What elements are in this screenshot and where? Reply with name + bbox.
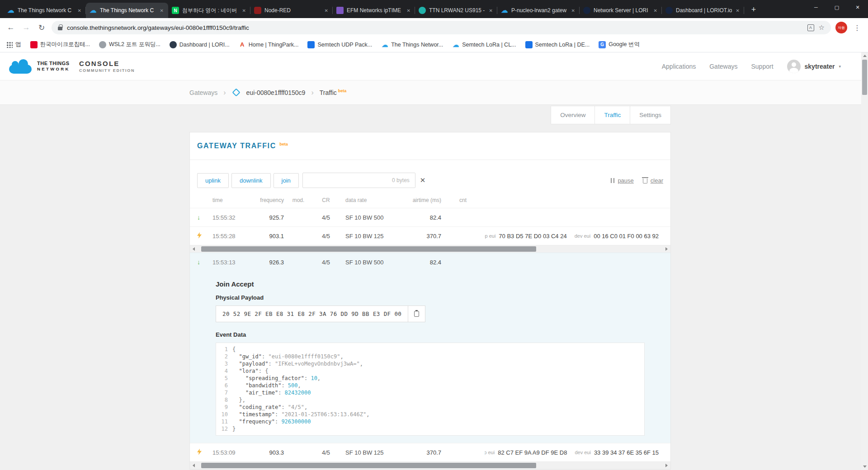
- code-line: 10 "timestamp": "2021-01-25T06:53:13.646…: [216, 411, 644, 418]
- refresh-button[interactable]: ↻: [36, 23, 47, 33]
- tab-overview[interactable]: Overview: [551, 106, 595, 124]
- browser-tab[interactable]: The Things Network C ✕: [4, 3, 86, 18]
- screen: The Things Network C ✕ The Things Networ…: [0, 0, 868, 470]
- minimize-button[interactable]: ─: [806, 0, 826, 14]
- clear-filter-icon[interactable]: ✕: [420, 176, 426, 184]
- bookmark-item[interactable]: Semtech LoRa | CL...: [452, 41, 516, 48]
- code-line: 6 "bandwidth": 500,: [216, 382, 644, 389]
- ttn-logo[interactable]: THE THINGS NETWORK CONSOLE COMMUNITY EDI…: [9, 59, 135, 74]
- traffic-filter-input[interactable]: [302, 173, 415, 188]
- bookmark-item[interactable]: The Things Networ...: [381, 41, 443, 48]
- browser-tab[interactable]: The Things Network C ✕: [86, 3, 168, 18]
- bookmark-item[interactable]: G Google 번역: [599, 41, 640, 48]
- blue-icon: [525, 41, 533, 48]
- tab-close-icon[interactable]: ✕: [571, 8, 576, 13]
- bookmark-item[interactable]: A Home | ThingPark...: [239, 41, 299, 48]
- browser-tab[interactable]: P-nucleo-lrwan2 gatew ✕: [497, 3, 580, 18]
- tab-close-icon[interactable]: ✕: [735, 8, 741, 13]
- horizontal-scrollbar[interactable]: [190, 461, 670, 469]
- beta-badge: beta: [279, 142, 288, 146]
- breadcrumb-gateway-id[interactable]: eui-0080e1ffff0150c9: [246, 89, 306, 96]
- close-button[interactable]: ✕: [847, 0, 868, 14]
- bookmark-item[interactable]: 한국마이크로칩테...: [30, 41, 90, 48]
- scroll-right-button[interactable]: [663, 462, 670, 469]
- user-name: skytreater: [805, 63, 835, 70]
- tab-close-icon[interactable]: ✕: [159, 8, 165, 13]
- bookmark-item[interactable]: Dashboard | LORI...: [170, 41, 230, 48]
- teal-favicon: [419, 7, 426, 14]
- new-tab-button[interactable]: +: [747, 3, 760, 16]
- translate-icon: G: [599, 41, 606, 48]
- vscroll-thumb[interactable]: [862, 60, 867, 95]
- traffic-row[interactable]: 15:55:28 903.1 4/5 SF 10 BW 125 370.7 ap…: [190, 226, 670, 245]
- expanded-row-section: ↓ 15:53:13 926.3 4/5 SF 10 BW 500 82.4 J…: [190, 253, 670, 443]
- bookmark-item[interactable]: 앱: [6, 41, 21, 48]
- gray-icon: [99, 41, 106, 48]
- url-text[interactable]: console.thethingsnetwork.org/gateways/eu…: [67, 24, 803, 31]
- tab-close-icon[interactable]: ✕: [488, 8, 494, 13]
- tab-close-icon[interactable]: ✕: [77, 8, 82, 13]
- breadcrumb-page[interactable]: Trafficbeta: [320, 89, 347, 96]
- horizontal-scrollbar[interactable]: [190, 245, 670, 253]
- scroll-right-button[interactable]: [663, 245, 670, 253]
- cloud-icon: [381, 41, 388, 48]
- hscroll-thumb[interactable]: [201, 463, 536, 468]
- filter-join-button[interactable]: join: [274, 173, 299, 188]
- bookmark-item[interactable]: Semtech UDP Pack...: [307, 41, 372, 48]
- nav-support[interactable]: Support: [751, 63, 773, 70]
- translate-icon[interactable]: A: [807, 24, 814, 31]
- logo-line2: NETWORK: [37, 66, 70, 72]
- browser-tab[interactable]: TTN LRWAN2 US915 - ✕: [415, 3, 497, 18]
- browser-tab[interactable]: N 첨부하다 영어 : 네이버 ✕: [168, 3, 250, 18]
- tab-close-icon[interactable]: ✕: [324, 8, 329, 13]
- traffic-row[interactable]: 15:53:09 903.3 4/5 SF 10 BW 125 370.7 ap…: [190, 443, 670, 461]
- tab-close-icon[interactable]: ✕: [653, 8, 658, 13]
- browser-menu-icon[interactable]: ⋮: [852, 24, 863, 32]
- cloud-favicon: [7, 7, 14, 14]
- traffic-row[interactable]: ↓ 15:55:32 925.7 4/5 SF 10 BW 500 82.4: [190, 208, 670, 226]
- copy-payload-button[interactable]: [408, 306, 425, 322]
- scroll-left-button[interactable]: [190, 462, 198, 469]
- tab-close-icon[interactable]: ✕: [406, 8, 411, 13]
- console-product: CONSOLE: [79, 60, 135, 67]
- back-button[interactable]: ←: [5, 23, 16, 32]
- code-line: 2 "gw_id": "eui-0080e1ffff0150c9",: [216, 353, 644, 360]
- vertical-scrollbar[interactable]: [861, 52, 868, 470]
- hscroll-thumb[interactable]: [201, 246, 536, 252]
- tab-traffic[interactable]: Traffic: [594, 106, 630, 124]
- address-bar[interactable]: console.thethingsnetwork.org/gateways/eu…: [52, 21, 831, 34]
- user-menu[interactable]: skytreater ▾: [787, 60, 841, 73]
- tab-close-icon[interactable]: ✕: [241, 8, 247, 13]
- profile-avatar[interactable]: 자동: [835, 22, 847, 33]
- nav-gateways[interactable]: Gateways: [709, 63, 737, 70]
- physical-payload-label: Physical Payload: [216, 294, 645, 301]
- ttn-header: THE THINGS NETWORK CONSOLE COMMUNITY EDI…: [0, 52, 868, 80]
- bookmark-item[interactable]: WSL2 포트 포워딩...: [99, 41, 160, 48]
- bookmark-star-icon[interactable]: ☆: [819, 24, 825, 32]
- cloud-icon: [452, 41, 459, 48]
- browser-tab[interactable]: Dashboard | LORIOT.io ✕: [662, 3, 744, 18]
- loriot-favicon: [665, 7, 673, 14]
- filter-uplink-button[interactable]: uplink: [197, 173, 229, 188]
- nav-applications[interactable]: Applications: [662, 63, 696, 70]
- cloud-favicon: [90, 7, 97, 14]
- browser-tab[interactable]: EFM Networks ipTIME ✕: [333, 3, 415, 18]
- code-line: 3 "payload": "IFKeL+voMegvOnbdnbvj3wA=",: [216, 360, 644, 367]
- maximize-button[interactable]: ▢: [826, 0, 847, 14]
- user-avatar-icon: [787, 60, 801, 73]
- pause-button[interactable]: pause: [611, 177, 633, 184]
- bookmark-item[interactable]: Semtech LoRa | DE...: [525, 41, 590, 48]
- browser-tab[interactable]: Network Server | LORI ✕: [580, 3, 662, 18]
- page-tabs: OverviewTrafficSettings: [189, 106, 671, 124]
- traffic-row[interactable]: ↓ 15:53:13 926.3 4/5 SF 10 BW 500 82.4: [190, 253, 670, 271]
- breadcrumb-gateways[interactable]: Gateways: [189, 89, 217, 96]
- scroll-left-button[interactable]: [190, 245, 198, 253]
- tab-settings[interactable]: Settings: [630, 106, 671, 124]
- logo-line1: THE THINGS: [37, 61, 70, 67]
- scroll-down-button[interactable]: [861, 463, 868, 470]
- filter-downlink-button[interactable]: downlink: [231, 173, 271, 188]
- forward-button[interactable]: →: [21, 23, 32, 32]
- scroll-up-button[interactable]: [861, 52, 868, 59]
- clear-button[interactable]: clear: [643, 177, 663, 184]
- browser-tab[interactable]: Node-RED ✕: [250, 3, 333, 18]
